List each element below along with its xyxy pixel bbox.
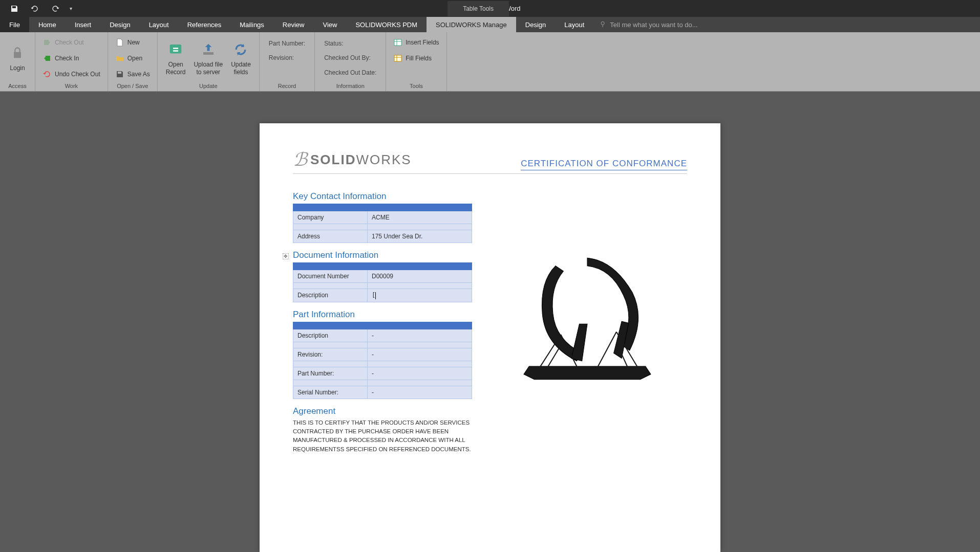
tab-review[interactable]: Review (273, 17, 314, 32)
update-fields-icon (231, 40, 250, 59)
tab-design-2[interactable]: Design (516, 17, 555, 32)
svg-rect-3 (394, 39, 401, 46)
part-info-table[interactable]: Description- Revision:- Part Number:- Se… (293, 322, 472, 399)
tab-references[interactable]: References (178, 17, 230, 32)
lock-icon (8, 44, 27, 62)
tell-me-search[interactable]: Tell me what you want to do... (593, 17, 980, 32)
save-as-icon (115, 70, 124, 79)
ribbon-group-information: Status: Checked Out By: Checked Out Date… (315, 32, 386, 91)
revision-label: Revision: (269, 53, 305, 63)
part-number-label: Part Number: (269, 38, 305, 49)
insert-fields-button[interactable]: Insert Fields (390, 36, 442, 49)
tab-solidworks-pdm[interactable]: SOLIDWORKS PDM (346, 17, 427, 32)
svg-line-7 (595, 332, 616, 372)
table-row: Address 175 Under Sea Dr. (293, 230, 472, 243)
key-contact-table[interactable]: Company ACME Address 175 Under Sea Dr. (293, 204, 472, 243)
new-button[interactable]: New (112, 36, 153, 49)
quick-access-toolbar: ▾ (0, 0, 76, 17)
undo-checkout-icon (42, 70, 52, 79)
checked-out-date-label: Checked Out Date: (324, 68, 376, 78)
table-row: Document Number D00009 (293, 270, 472, 283)
insert-fields-icon (393, 38, 402, 47)
fill-fields-icon (393, 54, 402, 63)
ribbon-group-record: Part Number: Revision: . Record (260, 32, 315, 91)
login-button[interactable]: Login (4, 34, 31, 82)
checkin-icon (42, 54, 52, 63)
table-row: Company ACME (293, 211, 472, 224)
ribbon-tabs: File Home Insert Design Layout Reference… (0, 17, 980, 32)
table-row: Description [ (293, 289, 472, 302)
section-agreement: Agreement (293, 406, 472, 416)
ribbon-group-access: Login Access (0, 32, 35, 91)
ribbon-group-work: Check Out Check In Undo Check Out Work (35, 32, 108, 91)
part-image (508, 239, 667, 398)
save-icon[interactable] (4, 0, 25, 17)
agreement-text[interactable]: THIS IS TO CERTIFY THAT THE PRODUCTS AND… (293, 418, 472, 454)
table-anchor-icon[interactable]: ✥ (283, 253, 289, 259)
undo-icon[interactable] (25, 0, 45, 17)
section-document-information: ✥ Document Information (293, 250, 472, 260)
ribbon-group-open-save: New Open Save As Open / Save (108, 32, 158, 91)
table-row: Revision:- (293, 348, 472, 361)
ds-logo-icon: ℬ (293, 149, 307, 170)
tab-view[interactable]: View (313, 17, 346, 32)
document-header: ℬ SOLIDWORKS CERTIFICATION OF CONFORMANC… (293, 149, 687, 174)
undo-check-out-button[interactable]: Undo Check Out (39, 68, 103, 80)
check-out-button[interactable]: Check Out (39, 36, 103, 49)
tab-insert[interactable]: Insert (66, 17, 101, 32)
svg-rect-2 (203, 52, 214, 55)
section-key-contact: Key Contact Information (293, 191, 472, 202)
check-in-button[interactable]: Check In (39, 52, 103, 64)
upload-file-button[interactable]: Upload file to server (189, 34, 227, 82)
table-row: Part Number:- (293, 367, 472, 380)
open-record-button[interactable]: Open Record (162, 34, 190, 82)
open-button[interactable]: Open (112, 52, 153, 64)
tab-design[interactable]: Design (100, 17, 139, 32)
table-row: Description- (293, 329, 472, 342)
status-label: Status: (324, 38, 376, 49)
svg-point-0 (601, 21, 604, 25)
tab-layout[interactable]: Layout (140, 17, 178, 32)
tab-home[interactable]: Home (29, 17, 66, 32)
ribbon-group-tools: Insert Fields Fill Fields . Tools (386, 32, 446, 91)
tab-solidworks-manage[interactable]: SOLIDWORKS Manage (427, 17, 516, 32)
document-page[interactable]: ℬ SOLIDWORKS CERTIFICATION OF CONFORMANC… (260, 123, 720, 552)
new-doc-icon (115, 38, 124, 47)
section-part-information: Part Information (293, 310, 472, 320)
redo-icon[interactable] (45, 0, 66, 17)
tab-file[interactable]: File (0, 17, 29, 32)
save-as-button[interactable]: Save As (112, 68, 153, 80)
customize-qa-icon[interactable]: ▾ (66, 0, 76, 17)
checked-out-by-label: Checked Out By: (324, 53, 376, 63)
certification-title: CERTIFICATION OF CONFORMANCE (521, 159, 687, 170)
title-bar: ▾ D00009.docx - Word Table Tools (0, 0, 980, 17)
document-workspace[interactable]: ℬ SOLIDWORKS CERTIFICATION OF CONFORMANC… (0, 92, 980, 552)
description-cell-active[interactable]: [ (368, 289, 472, 302)
folder-open-icon (115, 54, 124, 63)
upload-icon (199, 40, 218, 59)
table-tools-label: Table Tools (448, 1, 509, 16)
tab-layout-2[interactable]: Layout (555, 17, 593, 32)
text-cursor-icon (375, 292, 376, 299)
svg-rect-4 (394, 55, 401, 61)
solidworks-logo: ℬ SOLIDWORKS (293, 149, 412, 170)
checkout-icon (42, 38, 52, 47)
ribbon: Login Access Check Out Check In Undo Che… (0, 32, 980, 92)
ribbon-group-update: Open Record Upload file to server Update… (158, 32, 260, 91)
tell-me-placeholder: Tell me what you want to do... (610, 21, 697, 29)
table-row: Serial Number:- (293, 386, 472, 399)
tab-mailings[interactable]: Mailings (230, 17, 273, 32)
fill-fields-button[interactable]: Fill Fields (390, 52, 442, 64)
update-fields-button[interactable]: Update fields (227, 34, 255, 82)
document-info-table[interactable]: Document Number D00009 Description [ (293, 262, 472, 302)
open-record-icon (166, 40, 185, 59)
